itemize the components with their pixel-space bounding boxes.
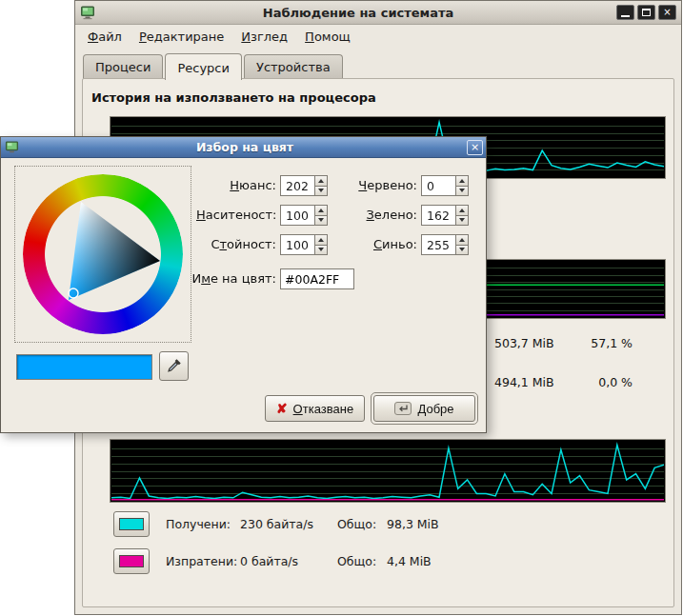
red-spinner: 0 xyxy=(421,175,469,196)
sent-total: 4,4 MiB xyxy=(387,554,432,568)
menubar: Файл Редактиране Изглед Помощ xyxy=(75,25,681,48)
green-up-button[interactable] xyxy=(455,205,469,216)
green-value[interactable]: 162 xyxy=(421,205,455,226)
received-total-label: Общо: xyxy=(337,517,387,531)
received-label: Получени: xyxy=(166,517,240,531)
cpu-section-title: История на използването на процесора xyxy=(91,90,376,105)
dialog-titlebar[interactable]: Избор на цвят × xyxy=(1,137,486,158)
color-name-input[interactable] xyxy=(280,268,354,289)
value-spinner: 100 xyxy=(280,234,328,255)
menu-view[interactable]: Изглед xyxy=(232,27,296,47)
sent-color-button[interactable] xyxy=(113,548,150,574)
saturation-label: Наситеност: xyxy=(196,208,276,222)
tab-processes[interactable]: Процеси xyxy=(83,54,163,79)
cancel-label: Отказване xyxy=(293,402,354,416)
menu-help[interactable]: Помощ xyxy=(296,27,359,47)
eyedropper-button[interactable] xyxy=(159,351,189,381)
window-title: Наблюдение на системата xyxy=(100,6,616,20)
hue-spinner: 202 xyxy=(280,175,328,196)
red-up-button[interactable] xyxy=(455,175,469,187)
maximize-icon xyxy=(642,9,651,16)
received-rate: 230 байта/s xyxy=(240,517,337,531)
red-value[interactable]: 0 xyxy=(421,175,455,196)
network-received-row: Получени: 230 байта/s Общо: 98,3 MiB xyxy=(113,511,439,537)
blue-up-button[interactable] xyxy=(455,234,469,246)
blue-label: Синьо: xyxy=(339,237,417,251)
green-label: Зелено: xyxy=(339,208,417,222)
sent-color-swatch xyxy=(119,555,144,567)
blue-down-button[interactable] xyxy=(455,246,469,256)
network-sent-row: Изпратени: 0 байта/s Общо: 4,4 MiB xyxy=(113,548,432,574)
hue-up-button[interactable] xyxy=(314,175,328,187)
color-preview xyxy=(16,354,152,380)
sent-total-label: Общо: xyxy=(337,554,387,568)
maximize-button[interactable] xyxy=(637,5,655,20)
tab-resources[interactable]: Ресурси xyxy=(165,53,242,80)
ok-default-ring: Добре xyxy=(371,392,478,425)
enter-key-icon xyxy=(394,402,412,415)
dialog-icon xyxy=(5,140,19,154)
ok-label: Добре xyxy=(417,402,453,416)
menu-edit[interactable]: Редактиране xyxy=(131,27,232,47)
notebook-tabs: Процеси Ресурси Устройства xyxy=(83,53,345,79)
saturation-spinner: 100 xyxy=(280,205,328,226)
sent-label: Изпратени: xyxy=(166,554,240,568)
close-icon: × xyxy=(471,141,479,153)
system-monitor-icon xyxy=(80,5,95,20)
cancel-button[interactable]: ✘ Отказване xyxy=(265,395,365,422)
dialog-title: Избор на цвят xyxy=(23,140,467,154)
saturation-down-button[interactable] xyxy=(314,216,328,227)
blue-spinner: 255 xyxy=(421,234,469,255)
received-total: 98,3 MiB xyxy=(387,517,439,531)
saturation-value-triangle[interactable] xyxy=(44,195,162,313)
received-color-swatch xyxy=(119,518,144,530)
hue-value[interactable]: 202 xyxy=(280,175,314,196)
red-down-button[interactable] xyxy=(455,187,469,197)
dialog-close-button[interactable]: × xyxy=(467,140,483,155)
close-icon: × xyxy=(663,7,671,17)
network-history-chart xyxy=(111,441,664,501)
value-label: Стойност: xyxy=(196,237,276,251)
color-picker-dialog: Избор на цвят × xyxy=(0,136,487,433)
saturation-value[interactable]: 100 xyxy=(280,205,314,226)
swap-used-percent: 0,0 % xyxy=(571,375,633,389)
memory-used-value: 503,7 MiB xyxy=(494,336,554,350)
hue-label: Нюанс: xyxy=(196,178,276,192)
received-color-button[interactable] xyxy=(113,511,150,537)
menu-file[interactable]: Файл xyxy=(79,27,131,47)
saturation-up-button[interactable] xyxy=(314,205,328,216)
network-chart-frame xyxy=(110,439,666,503)
tab-devices[interactable]: Устройства xyxy=(244,54,343,79)
minimize-icon xyxy=(621,15,630,17)
swap-used-value: 494,1 MiB xyxy=(494,375,554,389)
main-titlebar[interactable]: Наблюдение на системата × xyxy=(75,1,681,25)
color-wheel-area xyxy=(14,166,191,343)
blue-value[interactable]: 255 xyxy=(421,234,455,255)
sent-rate: 0 байта/s xyxy=(240,554,337,568)
hue-down-button[interactable] xyxy=(314,187,328,197)
ok-button[interactable]: Добре xyxy=(373,395,475,422)
memory-used-percent: 57,1 % xyxy=(571,336,633,350)
color-name-label: Име на цвят: xyxy=(187,271,276,286)
desktop: Наблюдение на системата × Файл Редактира… xyxy=(0,0,683,616)
value-value[interactable]: 100 xyxy=(280,234,314,255)
value-down-button[interactable] xyxy=(314,246,328,256)
eyedropper-icon xyxy=(166,358,182,374)
cancel-icon: ✘ xyxy=(276,401,288,416)
red-label: Червено: xyxy=(339,178,417,192)
minimize-button[interactable] xyxy=(616,5,634,20)
close-button[interactable]: × xyxy=(658,5,676,20)
green-spinner: 162 xyxy=(421,205,469,226)
value-up-button[interactable] xyxy=(314,234,328,246)
green-down-button[interactable] xyxy=(455,216,469,227)
